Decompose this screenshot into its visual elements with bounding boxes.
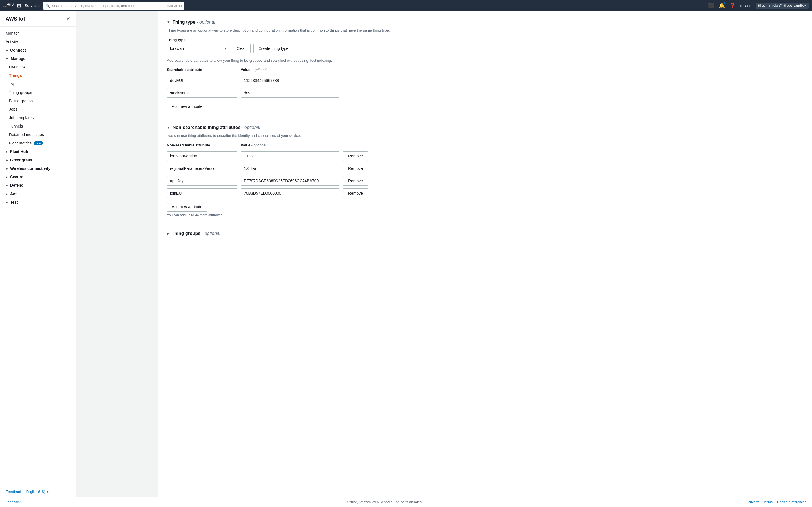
search-bar[interactable]: 🔍 [Option+S] [43, 2, 184, 10]
sidebar-item-secure-label: Secure [10, 175, 23, 179]
thing-type-select-wrapper: lorawan ▾ [167, 44, 229, 53]
remove-button-1[interactable]: Remove [343, 164, 368, 173]
chevron-right-icon-2: ▶ [6, 150, 8, 153]
thing-type-section: ▼ Thing type - optional Thing types are … [167, 20, 803, 111]
sidebar-item-monitor[interactable]: Monitor [0, 29, 76, 38]
non-searchable-desc: You can use thing attributes to describe… [167, 133, 803, 138]
chevron-right-icon-7: ▶ [6, 192, 8, 195]
search-input[interactable] [52, 4, 165, 8]
feedback-footer-link[interactable]: Feedback [6, 500, 20, 504]
searchable-col1-label: Searchable attribute [167, 68, 238, 72]
searchable-attr-value-1[interactable] [241, 88, 340, 98]
searchable-attr-value-0[interactable] [241, 76, 340, 86]
non-searchable-attr-value-0[interactable] [241, 151, 340, 161]
searchable-add-attribute-button[interactable]: Add new attribute [167, 102, 207, 111]
searchable-attr-key-0[interactable] [167, 76, 238, 86]
feedback-link[interactable]: Feedback [6, 490, 22, 494]
top-navigation: ⊞ Services 🔍 [Option+S] ⬛ 🔔 ❓ Ireland tt… [0, 0, 812, 11]
sidebar-item-types-label: Types [9, 82, 19, 86]
sidebar-item-billing-groups[interactable]: Billing groups [0, 97, 76, 105]
app-body: AWS IoT ✕ Monitor Activity ▶ Connect ▼ M… [0, 11, 812, 497]
non-searchable-chevron[interactable]: ▼ [167, 126, 170, 129]
non-searchable-col1-label: Non-searchable attribute [167, 143, 238, 147]
non-searchable-attr-key-3[interactable] [167, 188, 238, 198]
searchable-attrs-labels: Searchable attribute Value - optional [167, 68, 803, 73]
sidebar-title: AWS IoT [6, 16, 26, 22]
non-searchable-add-attribute-button[interactable]: Add new attribute [167, 202, 207, 212]
thing-type-chevron[interactable]: ▼ [167, 20, 170, 24]
sidebar-item-things[interactable]: Things [0, 71, 76, 80]
non-searchable-attr-key-1[interactable] [167, 164, 238, 173]
chevron-down-icon: ▼ [6, 57, 8, 60]
search-shortcut: [Option+S] [167, 4, 182, 7]
non-searchable-attr-value-1[interactable] [241, 164, 340, 173]
sidebar-item-thing-groups-label: Thing groups [9, 90, 32, 95]
language-selector[interactable]: English (US) ▼ [26, 490, 50, 494]
account-selector[interactable]: tti-admin-role @ tti-ops-sandbox [756, 3, 809, 9]
sidebar-item-fleet-metrics[interactable]: Fleet metrics new [0, 139, 76, 147]
sidebar-item-defend[interactable]: ▶ Defend [0, 181, 76, 189]
searchable-attr-row-1 [167, 88, 803, 98]
sidebar-item-greengrass-label: Greengrass [10, 158, 32, 162]
remove-button-0[interactable]: Remove [343, 151, 368, 161]
sidebar-item-manage[interactable]: ▼ Manage [0, 54, 76, 63]
nav-grid-icon[interactable]: ⊞ [17, 3, 21, 9]
non-searchable-attr-row-3: Remove [167, 188, 803, 198]
privacy-link[interactable]: Privacy [748, 500, 759, 504]
terms-link[interactable]: Terms [763, 500, 772, 504]
page-footer: Feedback © 2022, Amazon Web Services, In… [0, 497, 812, 507]
sidebar-footer: Feedback English (US) ▼ [0, 486, 76, 497]
section-divider-1 [167, 119, 803, 119]
sidebar-item-overview[interactable]: Overview [0, 63, 76, 71]
sidebar-item-jobs[interactable]: Jobs [0, 105, 76, 114]
non-searchable-attr-row-0: Remove [167, 151, 803, 161]
sidebar-item-greengrass[interactable]: ▶ Greengrass [0, 156, 76, 164]
non-searchable-attr-value-3[interactable] [241, 188, 340, 198]
sidebar-item-thing-groups[interactable]: Thing groups [0, 88, 76, 97]
sidebar-item-act[interactable]: ▶ Act [0, 189, 76, 198]
non-searchable-attr-key-0[interactable] [167, 151, 238, 161]
terminal-icon[interactable]: ⬛ [708, 3, 714, 9]
sidebar-item-fleet-hub[interactable]: ▶ Fleet Hub [0, 147, 76, 156]
sidebar-item-connect[interactable]: ▶ Connect [0, 46, 76, 54]
aws-logo[interactable] [3, 2, 13, 10]
sidebar-header: AWS IoT ✕ [0, 11, 76, 27]
sidebar-navigation: Monitor Activity ▶ Connect ▼ Manage Over… [0, 27, 76, 486]
thing-groups-chevron[interactable]: ▶ [167, 231, 169, 235]
sidebar-item-defend-label: Defend [10, 183, 23, 187]
searchable-attr-key-1[interactable] [167, 88, 238, 98]
sidebar-item-monitor-label: Monitor [6, 31, 19, 36]
remove-button-3[interactable]: Remove [343, 188, 368, 198]
chevron-right-icon-5: ▶ [6, 175, 8, 179]
region-selector[interactable]: Ireland [740, 4, 751, 8]
form-panel: ▼ Thing type - optional Thing types are … [158, 11, 812, 497]
clear-button[interactable]: Clear [232, 44, 251, 53]
sidebar-item-types[interactable]: Types [0, 80, 76, 88]
cookie-preferences-link[interactable]: Cookie preferences [777, 500, 806, 504]
thing-type-select[interactable]: lorawan [167, 44, 229, 53]
sidebar-item-test[interactable]: ▶ Test [0, 198, 76, 207]
thing-groups-title: Thing groups - optional [172, 231, 220, 236]
sidebar-item-tunnels[interactable]: Tunnels [0, 122, 76, 130]
language-label: English (US) [26, 490, 45, 494]
services-label[interactable]: Services [24, 3, 40, 8]
bell-icon[interactable]: 🔔 [719, 3, 725, 9]
non-searchable-attr-row-2: Remove [167, 176, 803, 186]
non-searchable-attrs-labels: Non-searchable attribute Value - optiona… [167, 143, 803, 149]
non-searchable-attr-key-2[interactable] [167, 176, 238, 186]
remove-button-2[interactable]: Remove [343, 176, 368, 186]
close-icon[interactable]: ✕ [66, 16, 70, 22]
sidebar-item-activity[interactable]: Activity [0, 38, 76, 46]
help-icon[interactable]: ❓ [729, 3, 735, 9]
sidebar-item-tunnels-label: Tunnels [9, 124, 23, 128]
non-searchable-attr-value-2[interactable] [241, 176, 340, 186]
sidebar-item-wireless-connectivity[interactable]: ▶ Wireless connectivity [0, 164, 76, 173]
sidebar-item-secure[interactable]: ▶ Secure [0, 173, 76, 181]
sidebar-item-retained-messages[interactable]: Retained messages [0, 130, 76, 139]
section-divider-2 [167, 225, 803, 225]
add-attr-hint: You can add up to 44 more attributes. [167, 213, 803, 217]
sidebar-item-manage-label: Manage [11, 56, 26, 61]
create-thing-type-button[interactable]: Create thing type [253, 44, 293, 53]
sidebar-item-job-templates[interactable]: Job templates [0, 114, 76, 122]
non-searchable-attr-row-1: Remove [167, 164, 803, 173]
